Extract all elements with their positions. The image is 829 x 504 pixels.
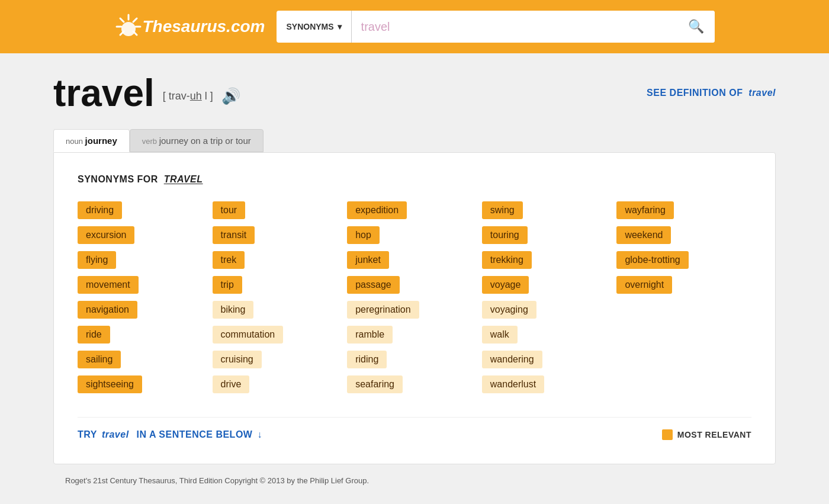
tab-noun-journey[interactable]: noun journey	[53, 129, 130, 152]
list-item[interactable]: hop	[347, 226, 380, 244]
list-item[interactable]: sailing	[78, 351, 121, 368]
chevron-down-icon: ▾	[338, 22, 342, 31]
word-title: travel	[53, 71, 155, 115]
logo-text: Thesaurus.com	[143, 17, 265, 36]
list-item[interactable]: swing	[482, 201, 523, 219]
footer: Roget's 21st Century Thesaurus, Third Ed…	[53, 464, 776, 497]
list-item[interactable]: voyaging	[482, 301, 536, 319]
list-item[interactable]: touring	[482, 226, 528, 244]
see-definition-word: travel	[748, 88, 776, 98]
sound-icon[interactable]: 🔊	[221, 87, 240, 105]
arrow-down-icon: ↓	[257, 429, 262, 440]
list-item[interactable]: riding	[347, 351, 387, 368]
tab-noun-meaning: journey	[85, 136, 117, 146]
list-item[interactable]: biking	[213, 301, 254, 319]
see-definition-link[interactable]: SEE DEFINITION OF travel	[647, 88, 776, 98]
synonyms-col-1: driving excursion flying movement naviga…	[78, 201, 213, 393]
list-item[interactable]: tour	[213, 201, 246, 219]
try-label-prefix: TRY	[78, 429, 97, 440]
search-type-dropdown[interactable]: SYNONYMS ▾	[277, 11, 351, 43]
svg-line-7	[120, 31, 124, 35]
list-item[interactable]: trip	[213, 276, 242, 294]
word-header: travel [ trav-uh l ] 🔊 SEE DEFINITION OF…	[53, 71, 776, 115]
header: Thesaurus.com SYNONYMS ▾ 🔍	[0, 0, 829, 53]
list-item[interactable]: navigation	[78, 301, 137, 319]
list-item[interactable]: wayfaring	[616, 201, 673, 219]
list-item[interactable]: seafaring	[347, 375, 403, 393]
synonyms-col-3: expedition hop junket passage peregrinat…	[347, 201, 482, 393]
list-item[interactable]: excursion	[78, 226, 134, 244]
list-item[interactable]: walk	[482, 326, 518, 344]
see-definition-label: SEE DEFINITION OF	[647, 88, 743, 98]
search-input[interactable]	[352, 20, 678, 34]
synonyms-heading-word: travel	[164, 174, 203, 184]
most-relevant-label: MOST RELEVANT	[677, 430, 751, 439]
svg-line-2	[133, 18, 137, 22]
synonyms-heading: SYNONYMS FOR travel	[78, 174, 751, 185]
synonyms-col-2: tour transit trek trip biking commutatio…	[213, 201, 348, 393]
list-item[interactable]: wanderlust	[482, 375, 544, 393]
svg-line-4	[120, 18, 124, 22]
try-sentence: TRY travel IN A SENTENCE BELOW ↓ MOST RE…	[78, 417, 751, 440]
list-item[interactable]: sightseeing	[78, 375, 142, 393]
list-item[interactable]: junket	[347, 251, 389, 269]
list-item[interactable]: flying	[78, 251, 116, 269]
list-item[interactable]: wandering	[482, 351, 542, 368]
list-item[interactable]: ride	[78, 326, 110, 344]
svg-point-0	[121, 22, 136, 36]
most-relevant: MOST RELEVANT	[662, 429, 751, 440]
content-card: SYNONYMS FOR travel driving excursion fl…	[53, 152, 776, 464]
list-item[interactable]: trekking	[482, 251, 532, 269]
logo[interactable]: Thesaurus.com	[114, 12, 265, 41]
tab-verb-pos: verb	[142, 137, 159, 146]
list-item[interactable]: ramble	[347, 326, 393, 344]
try-label-suffix: IN A SENTENCE BELOW	[134, 429, 253, 440]
list-item[interactable]: transit	[213, 226, 255, 244]
try-sentence-link[interactable]: TRY travel IN A SENTENCE BELOW ↓	[78, 429, 262, 440]
list-item[interactable]: trek	[213, 251, 245, 269]
synonyms-heading-prefix: SYNONYMS FOR	[78, 174, 158, 184]
tab-noun-pos: noun	[66, 137, 85, 146]
synonyms-col-4: swing touring trekking voyage voyaging w…	[482, 201, 617, 393]
list-item[interactable]: weekend	[616, 226, 671, 244]
tab-verb-journey[interactable]: verb journey on a trip or tour	[130, 129, 264, 152]
list-item[interactable]: expedition	[347, 201, 407, 219]
try-word: travel	[102, 429, 129, 440]
list-item[interactable]: movement	[78, 276, 139, 294]
logo-sun-icon	[114, 12, 143, 41]
synonyms-col-5: wayfaring weekend globe-trotting overnig…	[616, 201, 751, 393]
word-title-group: travel [ trav-uh l ] 🔊	[53, 71, 240, 115]
pronunciation: [ trav-uh l ]	[163, 90, 213, 102]
list-item[interactable]: commutation	[213, 326, 284, 344]
search-bar: SYNONYMS ▾ 🔍	[277, 11, 715, 43]
tab-verb-meaning: journey on a trip or tour	[159, 136, 251, 146]
relevant-dot-icon	[662, 429, 673, 440]
search-button[interactable]: 🔍	[677, 11, 715, 43]
list-item[interactable]: peregrination	[347, 301, 419, 319]
list-item[interactable]: cruising	[213, 351, 262, 368]
svg-line-6	[133, 31, 137, 35]
synonyms-columns: driving excursion flying movement naviga…	[78, 201, 751, 393]
footer-text: Roget's 21st Century Thesaurus, Third Ed…	[65, 476, 369, 485]
list-item[interactable]: drive	[213, 375, 250, 393]
tabs: noun journey verb journey on a trip or t…	[53, 129, 776, 152]
list-item[interactable]: globe-trotting	[616, 251, 688, 269]
list-item[interactable]: passage	[347, 276, 400, 294]
list-item[interactable]: overnight	[616, 276, 672, 294]
search-type-label: SYNONYMS	[286, 22, 333, 31]
list-item[interactable]: voyage	[482, 276, 529, 294]
main-content: travel [ trav-uh l ] 🔊 SEE DEFINITION OF…	[41, 53, 788, 504]
list-item[interactable]: driving	[78, 201, 122, 219]
